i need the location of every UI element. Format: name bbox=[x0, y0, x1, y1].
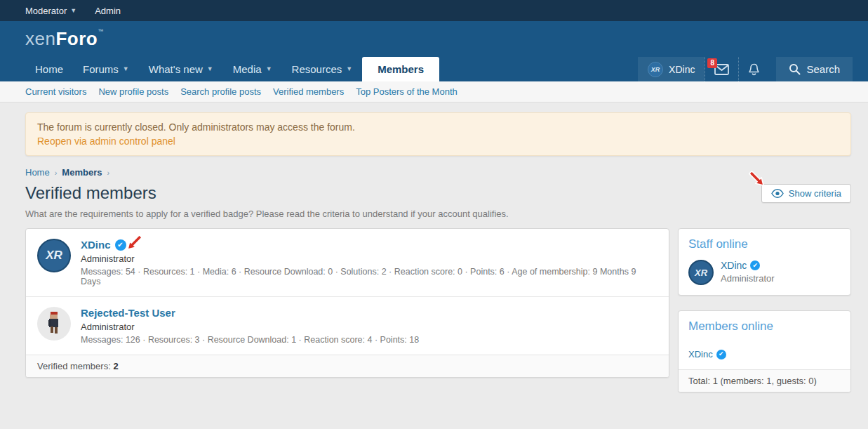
moderator-bar: Moderator ▼ Admin bbox=[0, 0, 868, 21]
main-navigation: Home Forums ▼ What's new ▼ Media ▼ Resou… bbox=[0, 57, 868, 81]
members-online-title: Members online bbox=[679, 311, 850, 341]
subnav-top-posters[interactable]: Top Posters of the Month bbox=[356, 86, 458, 97]
member-info: Rejected-Test User Administrator Message… bbox=[81, 307, 419, 345]
search-label: Search bbox=[806, 63, 840, 75]
subnav-current-visitors[interactable]: Current visitors bbox=[25, 86, 86, 97]
modbar-moderator-menu[interactable]: Moderator ▼ bbox=[25, 6, 76, 16]
subnav-new-profile-posts[interactable]: New profile posts bbox=[98, 86, 168, 97]
alert-message: The forum is currently closed. Only admi… bbox=[37, 120, 839, 134]
chevron-down-icon: ▼ bbox=[70, 8, 76, 14]
chevron-right-icon: › bbox=[107, 169, 109, 177]
reopen-admin-panel-link[interactable]: Reopen via admin control panel bbox=[37, 134, 175, 148]
eye-icon bbox=[771, 189, 784, 198]
xenforo-logo[interactable]: xenForo™ bbox=[25, 28, 104, 50]
nav-tab-members[interactable]: Members bbox=[362, 57, 439, 81]
member-name-link[interactable]: XDinc bbox=[81, 239, 111, 251]
nav-tab-home[interactable]: Home bbox=[25, 57, 73, 81]
members-online-widget: Members online XDinc ✔ Total: 1 (members… bbox=[678, 310, 851, 392]
site-header: xenForo™ bbox=[0, 21, 868, 57]
nav-tab-media-label: Media bbox=[233, 63, 262, 75]
member-role: Administrator bbox=[81, 322, 419, 332]
member-list-footer: Verified members: 2 bbox=[26, 355, 669, 377]
member-name-line: XDinc ✔ bbox=[81, 239, 657, 251]
subnav-verified-members[interactable]: Verified members bbox=[273, 86, 344, 97]
chevron-down-icon[interactable]: ▼ bbox=[346, 66, 352, 72]
search-icon bbox=[789, 63, 801, 75]
member-row: Rejected-Test User Administrator Message… bbox=[26, 296, 669, 355]
breadcrumb-home[interactable]: Home bbox=[25, 167, 50, 178]
verified-badge-icon: ✔ bbox=[115, 239, 126, 251]
show-criteria-wrap: Show criteria bbox=[761, 184, 851, 203]
forum-closed-alert: The forum is currently closed. Only admi… bbox=[25, 112, 851, 156]
member-role: Administrator bbox=[81, 253, 657, 264]
verified-members-list: XR XDinc ✔ Administrator Messages: 54 · … bbox=[25, 228, 669, 378]
staff-member-row: XR XDinc ✔ Administrator bbox=[679, 254, 850, 295]
member-stats: Messages: 126 · Resources: 3 · Resource … bbox=[81, 335, 419, 345]
members-online-total: Total: 1 (members: 1, guests: 0) bbox=[679, 369, 850, 392]
modbar-admin-label: Admin bbox=[95, 6, 121, 16]
online-member-name-link[interactable]: XDinc bbox=[688, 349, 713, 359]
nav-tab-forums[interactable]: Forums ▼ bbox=[73, 57, 139, 81]
avatar: XR bbox=[648, 62, 663, 77]
title-row: Verified members Show criteria bbox=[25, 183, 851, 203]
nav-tabs: Home Forums ▼ What's new ▼ Media ▼ Resou… bbox=[25, 57, 439, 81]
staff-member-role: Administrator bbox=[721, 273, 775, 284]
chevron-down-icon[interactable]: ▼ bbox=[207, 66, 213, 72]
member-name-link[interactable]: Rejected-Test User bbox=[81, 307, 175, 319]
account-username: XDinc bbox=[669, 64, 695, 75]
page-title: Verified members bbox=[25, 183, 156, 203]
nav-tab-members-label: Members bbox=[378, 63, 424, 75]
staff-member-name-link[interactable]: XDinc bbox=[721, 260, 747, 271]
content-columns: XR XDinc ✔ Administrator Messages: 54 · … bbox=[25, 228, 851, 392]
verified-members-count-value: 2 bbox=[113, 361, 118, 371]
member-name-line: Rejected-Test User bbox=[81, 307, 419, 319]
online-member-row: XDinc ✔ bbox=[679, 341, 850, 369]
show-criteria-button[interactable]: Show criteria bbox=[761, 184, 851, 203]
staff-member-info: XDinc ✔ Administrator bbox=[721, 260, 775, 285]
chevron-right-icon: › bbox=[55, 169, 58, 177]
nav-tab-whats-new-label: What's new bbox=[149, 63, 203, 75]
chevron-down-icon[interactable]: ▼ bbox=[266, 66, 272, 72]
unread-count-badge: 8 bbox=[707, 58, 717, 68]
search-button[interactable]: Search bbox=[776, 57, 853, 81]
red-arrow-cursor-annotation bbox=[126, 233, 144, 251]
breadcrumb: Home › Members › bbox=[25, 167, 851, 178]
staff-online-title: Staff online bbox=[679, 229, 850, 254]
logo-prefix: xen bbox=[25, 28, 55, 49]
page-body: The forum is currently closed. Only admi… bbox=[0, 103, 868, 392]
nav-tab-forums-label: Forums bbox=[83, 63, 119, 75]
avatar[interactable] bbox=[37, 307, 71, 341]
sidebar: Staff online XR XDinc ✔ Administrator Me… bbox=[678, 228, 851, 392]
breadcrumb-members[interactable]: Members bbox=[62, 167, 102, 178]
verified-badge-icon: ✔ bbox=[750, 260, 760, 270]
pixel-character-avatar bbox=[45, 312, 63, 336]
verified-members-count-label: Verified members: bbox=[37, 361, 111, 371]
modbar-admin-link[interactable]: Admin bbox=[95, 6, 121, 16]
nav-tab-resources[interactable]: Resources ▼ bbox=[282, 57, 363, 81]
nav-tab-resources-label: Resources bbox=[292, 63, 342, 75]
logo-trademark: ™ bbox=[98, 28, 104, 34]
verified-badge-icon: ✔ bbox=[716, 350, 726, 359]
staff-online-widget: Staff online XR XDinc ✔ Administrator bbox=[678, 228, 851, 296]
members-subnav: Current visitors New profile posts Searc… bbox=[0, 81, 868, 103]
bell-icon bbox=[748, 63, 760, 76]
nav-tab-media[interactable]: Media ▼ bbox=[223, 57, 282, 81]
nav-account-area: XR XDinc 8 Search bbox=[638, 57, 853, 81]
nav-tab-home-label: Home bbox=[35, 63, 63, 75]
modbar-moderator-label: Moderator bbox=[25, 6, 67, 16]
account-chip[interactable]: XR XDinc bbox=[638, 57, 705, 81]
nav-tab-whats-new[interactable]: What's new ▼ bbox=[139, 57, 223, 81]
member-stats: Messages: 54 · Resources: 1 · Media: 6 ·… bbox=[81, 267, 657, 286]
alerts-button[interactable] bbox=[738, 57, 769, 81]
member-info: XDinc ✔ Administrator Messages: 54 · Res… bbox=[81, 239, 657, 286]
avatar[interactable]: XR bbox=[688, 260, 714, 285]
show-criteria-label: Show criteria bbox=[789, 188, 841, 199]
chevron-down-icon[interactable]: ▼ bbox=[123, 66, 129, 72]
logo-suffix: Foro bbox=[55, 28, 98, 49]
member-row: XR XDinc ✔ Administrator Messages: 54 · … bbox=[26, 229, 669, 296]
subnav-search-profile-posts[interactable]: Search profile posts bbox=[180, 86, 261, 97]
page-description: What are the requirements to apply for a… bbox=[25, 209, 851, 219]
avatar[interactable]: XR bbox=[37, 239, 71, 272]
inbox-button[interactable]: 8 bbox=[705, 57, 738, 81]
